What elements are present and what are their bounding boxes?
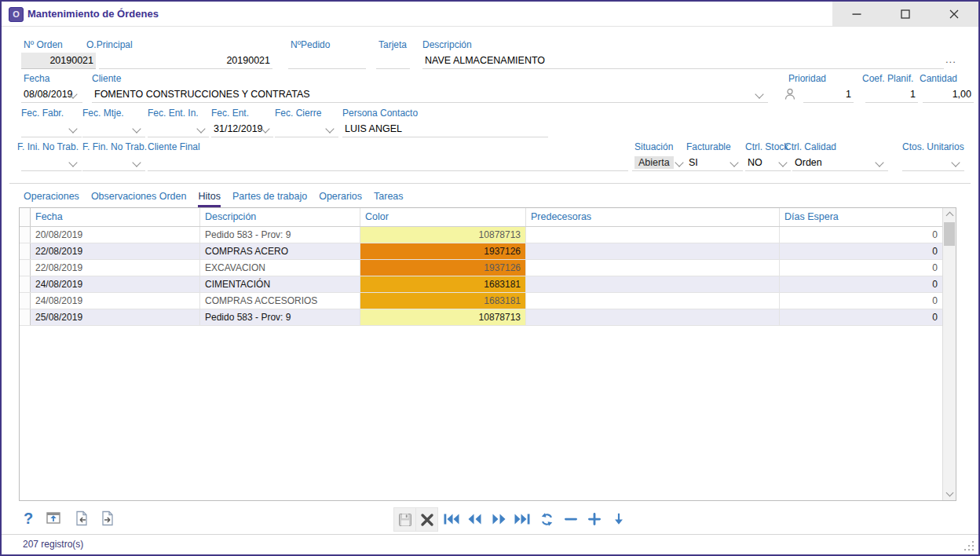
cell-fecha[interactable]: 24/08/2019: [31, 276, 200, 292]
cell-color[interactable]: 1937126: [360, 243, 526, 259]
cell-descripcion[interactable]: EXCAVACION: [200, 260, 360, 276]
previous-record-button[interactable]: [466, 512, 485, 526]
col-header-fecha[interactable]: Fecha: [31, 208, 200, 226]
cell-descripcion[interactable]: COMPRAS ACCESORIOS: [200, 293, 360, 309]
cell-descripcion[interactable]: CIMENTACIÓN: [200, 276, 360, 292]
save-icon: [398, 513, 412, 527]
vertical-scrollbar[interactable]: [942, 208, 956, 500]
cell-dias-espera[interactable]: 0: [780, 293, 942, 309]
row-selector[interactable]: [20, 227, 31, 243]
tab-tareas[interactable]: Tareas: [374, 191, 404, 207]
move-down-button[interactable]: [610, 512, 627, 526]
close-button[interactable]: [930, 2, 978, 26]
cliente-final-label: Cliente Final: [148, 141, 200, 152]
table-row[interactable]: 20/08/2019Pedido 583 - Prov: 9108787130: [20, 227, 942, 243]
tarjeta-field[interactable]: [376, 53, 410, 69]
tab-operaciones[interactable]: Operaciones: [24, 191, 79, 207]
next-record-button[interactable]: [489, 512, 508, 526]
cell-fecha[interactable]: 24/08/2019: [31, 293, 200, 309]
cell-predecesoras[interactable]: [526, 309, 780, 325]
col-header-predecesoras[interactable]: Predecesoras: [526, 208, 780, 226]
cell-dias-espera[interactable]: 0: [780, 309, 942, 325]
export-page-button[interactable]: [101, 510, 115, 527]
cell-descripcion[interactable]: Pedido 583 - Prov: 9: [200, 227, 360, 243]
cell-color[interactable]: 1683181: [360, 276, 526, 292]
cell-dias-espera[interactable]: 0: [780, 260, 942, 276]
ctrl-calidad-label: Ctrl. Calidad: [784, 141, 836, 152]
cell-fecha[interactable]: 22/08/2019: [31, 260, 200, 276]
cell-fecha[interactable]: 22/08/2019: [31, 243, 200, 259]
nro-orden-label: Nº Orden: [24, 39, 63, 50]
fec-ent-label: Fec. Ent.: [211, 108, 249, 119]
next-record-icon: [490, 513, 507, 525]
scroll-up-button[interactable]: [943, 208, 956, 221]
cell-descripcion[interactable]: COMPRAS ACERO: [200, 243, 360, 259]
cell-fecha[interactable]: 25/08/2019: [31, 309, 200, 325]
tab-operarios[interactable]: Operarios: [319, 191, 362, 207]
facturable-label: Facturable: [686, 141, 731, 152]
cell-predecesoras[interactable]: [526, 227, 780, 243]
tab-observaciones-orden[interactable]: Observaciones Orden: [91, 191, 187, 207]
minimize-button[interactable]: [832, 2, 881, 26]
col-header-color[interactable]: Color: [360, 208, 526, 226]
o-principal-field[interactable]: 20190021: [99, 53, 272, 69]
cell-predecesoras[interactable]: [526, 260, 780, 276]
scroll-down-button[interactable]: [943, 488, 956, 500]
remove-record-button[interactable]: [562, 512, 580, 526]
tab-partes-de-trabajo[interactable]: Partes de trabajo: [232, 191, 307, 207]
first-record-button[interactable]: [442, 512, 461, 526]
table-row[interactable]: 24/08/2019COMPRAS ACCESORIOS16831810: [20, 293, 942, 309]
row-selector[interactable]: [20, 243, 31, 259]
maximize-button[interactable]: [881, 2, 930, 26]
refresh-button[interactable]: [539, 511, 554, 527]
row-selector[interactable]: [20, 309, 31, 325]
help-button[interactable]: ?: [21, 508, 35, 529]
cell-fecha[interactable]: 20/08/2019: [31, 227, 200, 243]
resize-grip[interactable]: [963, 540, 974, 551]
cantidad-field[interactable]: 1,00: [923, 86, 974, 103]
col-header-descripcion[interactable]: Descripción: [200, 208, 360, 226]
nro-orden-field[interactable]: 20190021: [21, 53, 96, 69]
ctrl-calidad-field[interactable]: Orden: [792, 155, 888, 171]
cell-predecesoras[interactable]: [526, 243, 780, 259]
cliente-field[interactable]: FOMENTO CONSTRUCCIONES Y CONTRATAS: [92, 86, 768, 103]
contact-person-icon[interactable]: [782, 86, 798, 102]
persona-contacto-field[interactable]: LUIS ANGEL: [342, 121, 548, 137]
row-selector[interactable]: [20, 260, 31, 276]
cell-descripcion[interactable]: Pedido 583 - Prov: 9: [200, 309, 360, 325]
save-button[interactable]: [393, 507, 416, 532]
descripcion-field[interactable]: NAVE ALMACENAMIENTO: [422, 53, 944, 69]
table-row[interactable]: 22/08/2019EXCAVACION19371260: [20, 260, 942, 276]
cell-predecesoras[interactable]: [526, 276, 780, 292]
cell-dias-espera[interactable]: 0: [780, 227, 942, 243]
import-page-button[interactable]: [75, 510, 89, 527]
descripcion-more-button[interactable]: ...: [945, 53, 956, 65]
cell-dias-espera[interactable]: 0: [780, 276, 942, 292]
situacion-value: Abierta: [634, 156, 674, 169]
cell-color[interactable]: 10878713: [360, 227, 526, 243]
f-ini-no-trab-label: F. Ini. No Trab.: [17, 141, 79, 152]
table-row[interactable]: 24/08/2019CIMENTACIÓN16831810: [20, 276, 942, 293]
coef-planif-label: Coef. Planif.: [862, 73, 913, 84]
tab-hitos[interactable]: Hitos: [198, 191, 220, 207]
col-header-dias-espera[interactable]: Días Espera: [780, 208, 942, 226]
export-window-button[interactable]: [45, 510, 62, 526]
cell-color[interactable]: 1683181: [360, 293, 526, 309]
cancel-button[interactable]: [415, 507, 438, 532]
table-row[interactable]: 25/08/2019Pedido 583 - Prov: 9108787130: [20, 309, 942, 326]
cell-predecesoras[interactable]: [526, 293, 780, 309]
prioridad-field[interactable]: 1: [803, 86, 854, 103]
coef-planif-field[interactable]: 1: [865, 86, 918, 103]
cliente-final-field[interactable]: [148, 155, 628, 171]
cell-color[interactable]: 1937126: [360, 260, 526, 276]
nro-pedido-field[interactable]: [288, 53, 366, 69]
add-record-button[interactable]: [586, 512, 603, 526]
scrollbar-thumb[interactable]: [944, 222, 955, 246]
cell-dias-espera[interactable]: 0: [780, 243, 942, 259]
row-selector[interactable]: [20, 293, 31, 309]
row-selector[interactable]: [20, 276, 31, 292]
tab-bar: Operaciones Observaciones Orden Hitos Pa…: [24, 191, 404, 207]
last-record-button[interactable]: [513, 512, 532, 526]
table-row[interactable]: 22/08/2019COMPRAS ACERO19371260: [20, 243, 942, 260]
cell-color[interactable]: 10878713: [360, 309, 526, 325]
